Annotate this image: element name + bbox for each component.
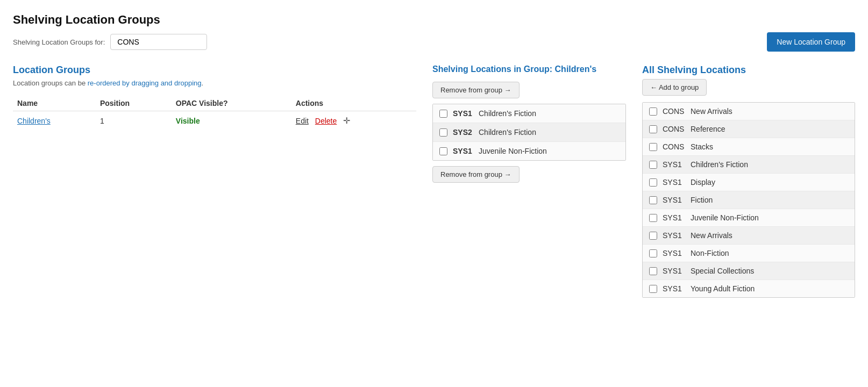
- delete-link[interactable]: Delete: [315, 117, 337, 125]
- all-location-item: CONS New Arrivals: [643, 103, 855, 120]
- all-location-checkbox[interactable]: [649, 143, 657, 151]
- drag-handle-icon[interactable]: ✛: [343, 116, 350, 125]
- all-location-checkbox[interactable]: [649, 178, 657, 187]
- new-location-button[interactable]: New Location Group: [767, 32, 855, 52]
- all-location-checkbox[interactable]: [649, 232, 657, 240]
- all-location-checkbox[interactable]: [649, 196, 657, 204]
- all-location-sys: SYS1: [663, 284, 685, 293]
- all-location-sys: CONS: [663, 107, 685, 116]
- group-location-checkbox[interactable]: [439, 110, 447, 118]
- group-location-checkbox[interactable]: [439, 147, 447, 155]
- all-location-checkbox[interactable]: [649, 267, 657, 275]
- reorder-link[interactable]: re-ordered by dragging and dropping: [88, 79, 202, 87]
- all-location-name: New Arrivals: [691, 231, 732, 240]
- edit-link[interactable]: Edit: [296, 117, 309, 125]
- all-location-sys: CONS: [663, 142, 685, 151]
- cons-input[interactable]: [110, 34, 207, 50]
- panel-middle: Shelving Locations in Group: Children's …: [432, 64, 626, 183]
- col-position: Position: [96, 96, 172, 111]
- all-location-sys: SYS1: [663, 249, 685, 257]
- all-location-name: Special Collections: [691, 267, 754, 275]
- all-location-checkbox[interactable]: [649, 108, 657, 116]
- location-sys: SYS1: [453, 109, 473, 118]
- all-location-checkbox[interactable]: [649, 214, 657, 222]
- remove-from-group-bottom-button[interactable]: Remove from group →: [432, 166, 520, 183]
- all-location-name: Reference: [691, 125, 725, 133]
- all-location-name: Young Adult Fiction: [691, 284, 755, 293]
- left-section-subtitle: Location groups can be re-ordered by dra…: [13, 79, 416, 87]
- all-location-item: SYS1 New Arrivals: [643, 227, 855, 245]
- position-cell: 1: [96, 111, 172, 131]
- all-location-checkbox[interactable]: [649, 285, 657, 293]
- group-name-link[interactable]: Children's: [17, 117, 51, 125]
- all-location-sys: SYS1: [663, 160, 685, 169]
- location-sys: SYS1: [453, 147, 473, 155]
- all-location-item: SYS1 Display: [643, 174, 855, 191]
- all-location-item: CONS Reference: [643, 120, 855, 138]
- all-location-checkbox[interactable]: [649, 125, 657, 133]
- all-location-name: Non-Fiction: [691, 249, 729, 257]
- all-location-sys: SYS1: [663, 231, 685, 240]
- middle-section-title: Shelving Locations in Group: Children's: [432, 64, 626, 74]
- col-actions: Actions: [291, 96, 416, 111]
- col-name: Name: [13, 96, 96, 111]
- all-location-item: SYS1 Children's Fiction: [643, 156, 855, 174]
- all-location-name: New Arrivals: [691, 107, 732, 116]
- top-bar-left: Shelving Location Groups for:: [13, 34, 207, 50]
- all-location-item: SYS1 Non-Fiction: [643, 245, 855, 262]
- all-location-sys: SYS1: [663, 196, 685, 204]
- all-location-name: Stacks: [691, 142, 713, 151]
- all-location-name: Juvenile Non-Fiction: [691, 213, 759, 222]
- table-row: Children's 1 Visible Edit Delete ✛: [13, 111, 416, 131]
- location-name: Juvenile Non-Fiction: [479, 147, 547, 155]
- location-name: Children's Fiction: [479, 128, 536, 137]
- all-location-checkbox[interactable]: [649, 249, 657, 257]
- all-location-sys: CONS: [663, 125, 685, 133]
- panel-right: All Shelving Locations ← Add to group CO…: [642, 64, 855, 298]
- all-location-item: SYS1 Fiction: [643, 191, 855, 209]
- add-to-group-button[interactable]: ← Add to group: [642, 79, 707, 96]
- group-location-item: SYS1 Juvenile Non-Fiction: [433, 142, 625, 160]
- all-location-item: SYS1 Juvenile Non-Fiction: [643, 209, 855, 227]
- main-layout: Location Groups Location groups can be r…: [13, 64, 855, 298]
- all-locations-list: CONS New Arrivals CONS Reference CONS St…: [642, 102, 855, 298]
- page-title: Shelving Location Groups: [13, 13, 855, 27]
- group-location-list: SYS1 Children's Fiction SYS2 Children's …: [432, 104, 626, 161]
- visible-badge: Visible: [176, 117, 200, 125]
- all-location-sys: SYS1: [663, 267, 685, 275]
- all-location-sys: SYS1: [663, 178, 685, 187]
- location-groups-table: Name Position OPAC Visible? Actions Chil…: [13, 96, 416, 130]
- group-location-item: SYS1 Children's Fiction: [433, 104, 625, 123]
- subtitle-label: Shelving Location Groups for:: [13, 38, 105, 46]
- location-name: Children's Fiction: [479, 109, 536, 118]
- all-location-name: Display: [691, 178, 715, 187]
- all-location-name: Fiction: [691, 196, 713, 204]
- all-location-item: SYS1 Special Collections: [643, 262, 855, 280]
- location-sys: SYS2: [453, 128, 473, 137]
- remove-from-group-top-button[interactable]: Remove from group →: [432, 82, 520, 98]
- all-location-sys: SYS1: [663, 213, 685, 222]
- group-location-checkbox[interactable]: [439, 128, 447, 137]
- right-section-title: All Shelving Locations: [642, 64, 855, 76]
- all-location-name: Children's Fiction: [691, 160, 748, 169]
- group-location-item: SYS2 Children's Fiction: [433, 123, 625, 142]
- panel-left: Location Groups Location groups can be r…: [13, 64, 416, 130]
- all-location-item: SYS1 Young Adult Fiction: [643, 280, 855, 297]
- left-section-title: Location Groups: [13, 64, 416, 76]
- col-opac: OPAC Visible?: [172, 96, 291, 111]
- top-bar: Shelving Location Groups for: New Locati…: [13, 32, 855, 52]
- all-location-checkbox[interactable]: [649, 161, 657, 169]
- all-location-item: CONS Stacks: [643, 138, 855, 156]
